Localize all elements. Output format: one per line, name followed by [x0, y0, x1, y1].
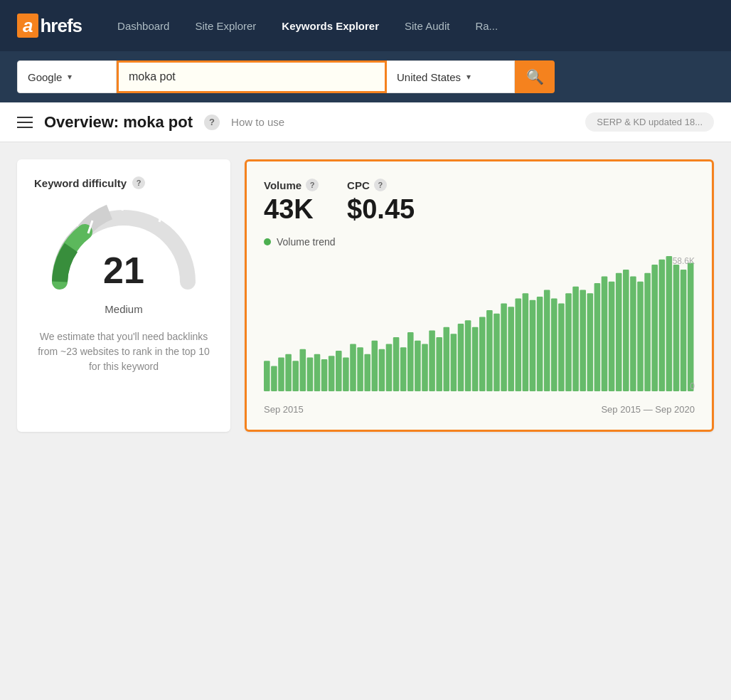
svg-rect-35 — [486, 310, 493, 391]
logo-hrefs: hrefs — [40, 15, 82, 37]
svg-rect-6 — [278, 358, 284, 392]
country-label: United States — [397, 71, 461, 83]
svg-rect-10 — [307, 358, 314, 392]
kd-card: Keyword difficulty ? — [17, 159, 230, 432]
svg-rect-41 — [530, 300, 536, 391]
svg-rect-51 — [602, 277, 608, 392]
svg-rect-28 — [436, 337, 442, 391]
volume-header: Volume ? 43K CPC ? $0.45 — [264, 179, 695, 225]
nav-site-audit[interactable]: Site Audit — [392, 0, 462, 51]
volume-trend-chart: 58.6K 0 Sep 2015 Sep 2015 — Sep 2020 — [264, 256, 695, 413]
svg-rect-22 — [393, 337, 400, 391]
svg-rect-5 — [271, 366, 277, 391]
svg-rect-26 — [422, 344, 428, 392]
page-title: Overview: moka pot — [44, 113, 193, 132]
svg-rect-43 — [544, 290, 550, 392]
serp-badge: SERP & KD updated 18... — [585, 112, 714, 132]
cpc-label: CPC ? — [347, 179, 415, 191]
svg-rect-52 — [609, 282, 615, 391]
svg-rect-11 — [314, 354, 321, 391]
svg-rect-32 — [465, 320, 471, 391]
search-bar: Google ▾ United States ▾ 🔍 — [0, 51, 731, 102]
svg-rect-36 — [493, 314, 500, 391]
cpc-value: $0.45 — [347, 194, 415, 225]
engine-chevron-icon: ▾ — [68, 72, 72, 82]
svg-rect-63 — [688, 263, 694, 392]
svg-rect-17 — [357, 347, 363, 391]
hamburger-icon[interactable] — [17, 117, 33, 128]
svg-rect-44 — [551, 298, 557, 391]
logo-a: a — [17, 14, 38, 38]
kd-difficulty-label: Medium — [34, 303, 213, 315]
search-input-wrap — [117, 60, 387, 93]
volume-card: Volume ? 43K CPC ? $0.45 Volume trend 58… — [245, 159, 714, 432]
volume-help-icon[interactable]: ? — [306, 179, 319, 191]
engine-label: Google — [28, 71, 62, 83]
kd-title: Keyword difficulty ? — [34, 176, 213, 189]
volume-trend-label: Volume trend — [264, 236, 695, 248]
cpc-block: CPC ? $0.45 — [347, 179, 415, 225]
svg-rect-27 — [429, 331, 435, 392]
nav-links: Dashboard Site Explorer Keywords Explore… — [105, 0, 714, 51]
logo[interactable]: a hrefs — [17, 14, 82, 38]
svg-rect-60 — [666, 256, 673, 391]
gauge-value: 21 — [103, 252, 144, 289]
country-select[interactable]: United States ▾ — [387, 60, 515, 93]
svg-rect-39 — [516, 298, 522, 391]
date-range-label: Sep 2015 — Sep 2020 — [601, 404, 695, 415]
country-chevron-icon: ▾ — [466, 72, 471, 82]
navbar: a hrefs Dashboard Site Explorer Keywords… — [0, 0, 731, 51]
volume-block: Volume ? 43K — [264, 179, 319, 225]
svg-rect-8 — [292, 361, 299, 391]
svg-rect-49 — [587, 293, 594, 391]
svg-rect-4 — [264, 361, 270, 391]
svg-rect-57 — [644, 273, 651, 391]
cpc-help-icon[interactable]: ? — [374, 179, 387, 191]
nav-site-explorer[interactable]: Site Explorer — [182, 0, 269, 51]
svg-rect-42 — [537, 297, 543, 391]
volume-value: 43K — [264, 194, 319, 225]
svg-rect-55 — [630, 277, 636, 392]
sub-header: Overview: moka pot ? How to use SERP & K… — [0, 102, 731, 142]
svg-rect-31 — [458, 324, 464, 391]
svg-rect-50 — [594, 283, 601, 391]
svg-rect-61 — [673, 265, 680, 391]
svg-rect-9 — [300, 349, 306, 391]
svg-rect-53 — [616, 273, 622, 391]
svg-rect-23 — [400, 347, 407, 391]
green-dot-icon — [264, 238, 271, 245]
chart-axis-labels: Sep 2015 Sep 2015 — Sep 2020 — [264, 404, 695, 415]
how-to-use-link[interactable]: How to use — [231, 116, 284, 128]
svg-rect-30 — [451, 334, 457, 391]
volume-label: Volume ? — [264, 179, 319, 191]
nav-keywords-explorer[interactable]: Keywords Explorer — [269, 0, 392, 51]
svg-rect-12 — [321, 359, 328, 391]
date-start-label: Sep 2015 — [264, 404, 304, 415]
svg-rect-38 — [508, 307, 514, 391]
svg-rect-40 — [523, 293, 529, 391]
kd-help-icon[interactable]: ? — [132, 176, 145, 189]
main-content: Keyword difficulty ? — [0, 142, 731, 449]
nav-dashboard[interactable]: Dashboard — [105, 0, 182, 51]
svg-rect-58 — [651, 265, 658, 391]
svg-rect-62 — [681, 270, 687, 391]
search-icon: 🔍 — [526, 68, 544, 85]
svg-rect-21 — [386, 344, 393, 392]
svg-rect-25 — [415, 341, 421, 391]
svg-rect-47 — [572, 287, 579, 391]
svg-rect-29 — [444, 327, 450, 391]
search-button[interactable]: 🔍 — [515, 60, 555, 93]
svg-rect-18 — [364, 354, 370, 391]
svg-line-2 — [122, 196, 125, 211]
engine-select[interactable]: Google ▾ — [17, 60, 117, 93]
nav-rank[interactable]: Ra... — [462, 0, 511, 51]
svg-rect-54 — [623, 270, 629, 391]
page-help-icon[interactable]: ? — [204, 115, 220, 130]
svg-rect-13 — [329, 356, 335, 391]
svg-rect-37 — [501, 304, 507, 392]
svg-rect-59 — [659, 260, 666, 391]
svg-rect-7 — [285, 354, 292, 391]
kd-score: 21 — [103, 252, 144, 289]
svg-rect-20 — [379, 349, 385, 391]
search-input[interactable] — [119, 70, 385, 83]
